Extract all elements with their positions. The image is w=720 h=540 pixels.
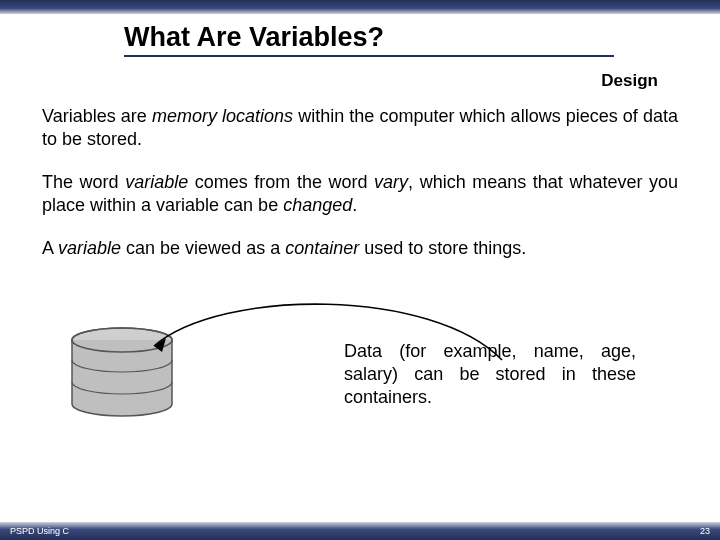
emphasis-container: container — [285, 238, 359, 258]
top-accent-band — [0, 0, 720, 14]
diagram-caption: Data (for example, name, age, salary) ca… — [344, 340, 636, 409]
text: A — [42, 238, 58, 258]
text: can be viewed as a — [121, 238, 285, 258]
paragraph-3: A variable can be viewed as a container … — [42, 237, 678, 260]
text: Variables are — [42, 106, 152, 126]
text: used to store things. — [359, 238, 526, 258]
page-number: 23 — [700, 526, 710, 536]
footer-bar: PSPD Using C 23 — [0, 522, 720, 540]
text: . — [352, 195, 357, 215]
emphasis-memory-locations: memory locations — [152, 106, 293, 126]
body-content: Variables are memory locations within th… — [0, 91, 720, 450]
emphasis-variable: variable — [125, 172, 188, 192]
emphasis-vary: vary — [374, 172, 408, 192]
diagram: Data (for example, name, age, salary) ca… — [42, 280, 678, 450]
footer-left: PSPD Using C — [10, 526, 69, 536]
paragraph-1: Variables are memory locations within th… — [42, 105, 678, 151]
slide-title: What Are Variables? — [124, 22, 614, 57]
title-area: What Are Variables? — [0, 14, 720, 57]
paragraph-2: The word variable comes from the word va… — [42, 171, 678, 217]
text: comes from the word — [188, 172, 374, 192]
emphasis-variable-2: variable — [58, 238, 121, 258]
text: The word — [42, 172, 125, 192]
category-label: Design — [0, 57, 720, 91]
emphasis-changed: changed — [283, 195, 352, 215]
